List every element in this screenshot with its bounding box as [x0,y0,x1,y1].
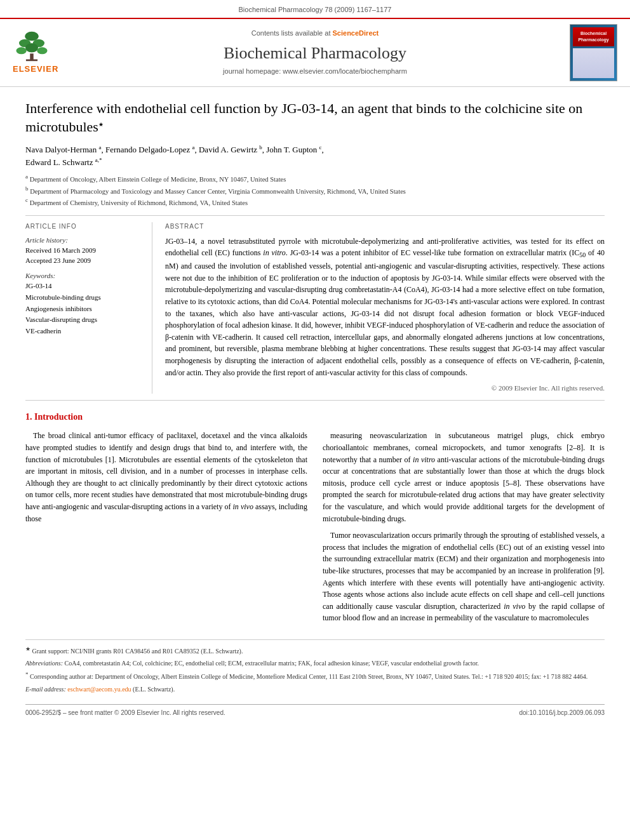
elsevier-logo: ELSEVIER [13,30,76,76]
footer-notes: ★ Grant support: NCI/NIH grants R01 CA98… [25,639,605,694]
elsevier-tree-icon [13,30,51,62]
article-authors: Nava Dalyot-Herman a, Fernando Delgado-L… [25,143,605,169]
abstract-text: JG-03–14, a novel tetrasubstituted pyrro… [165,236,605,378]
svg-point-4 [37,47,47,54]
affiliations: a Department of Oncology, Albert Einstei… [25,173,605,208]
page-wrapper: Biochemical Pharmacology 78 (2009) 1167–… [0,0,630,730]
abstract-label: Abstract [165,222,605,232]
section-1-heading: 1. Introduction [25,411,605,423]
elsevier-logo-area: ELSEVIER [13,30,76,76]
article-content: Interference with endothelial cell funct… [0,87,630,730]
journal-citation: Biochemical Pharmacology 78 (2009) 1167–… [239,6,392,13]
article-meta-section: Article info Article history: Received 1… [25,222,605,394]
sciencedirect-link[interactable]: ScienceDirect [333,29,379,37]
section-introduction: 1. Introduction The broad clinical anti-… [25,411,605,629]
body-right: measuring neovascularization in subcutan… [323,430,605,629]
article-title: Interference with endothelial cell funct… [25,100,605,136]
title-star: ★ [98,121,104,127]
journal-thumbnail-area: BiochemicalPharmacology [554,24,617,81]
footer-abbreviations: Abbreviations: CoA4, combretastatin A4; … [25,658,605,668]
svg-rect-7 [26,59,37,61]
abstract-copyright: © 2009 Elsevier Inc. All rights reserved… [165,383,605,394]
keyword-1: JG-03-14 [25,281,142,292]
top-bar: Biochemical Pharmacology 78 (2009) 1167–… [0,0,630,18]
keywords-list: JG-03-14 Microtubule-binding drugs Angio… [25,281,142,337]
thumbnail-title: BiochemicalPharmacology [578,30,608,43]
thumbnail-body [573,48,614,78]
keyword-4: Vascular-disrupting drugs [25,314,142,326]
divider-top [25,215,605,216]
journal-homepage: journal homepage: www.elsevier.com/locat… [89,67,541,77]
svg-point-3 [16,47,26,54]
journal-title: Biochemical Pharmacology [89,41,541,65]
keyword-5: VE-cadherin [25,326,142,337]
abstract-col: Abstract JG-03–14, a novel tetrasubstitu… [165,222,605,394]
keyword-2: Microtubule-binding drugs [25,292,142,303]
article-info-label: Article info [25,222,142,232]
svg-point-5 [25,43,38,53]
elsevier-text: ELSEVIER [13,63,58,76]
footer-corresponding: * Corresponding author at: Department of… [25,670,605,681]
email-link[interactable]: eschwart@aecom.yu.edu [67,686,131,693]
intro-para-1: The broad clinical anti-tumor efficacy o… [25,430,307,524]
journal-header: ELSEVIER Contents lists available at Sci… [0,18,630,87]
accepted-date: Accepted 23 June 2009 [25,256,142,266]
affiliation-a: Department of Oncology, Albert Einstein … [30,176,286,183]
keyword-3: Angiogenesis inhibitors [25,303,142,315]
issn-line: 0006-2952/$ – see front matter © 2009 El… [25,709,225,718]
bottom-bar: 0006-2952/$ – see front matter © 2009 El… [25,704,605,718]
keywords-label: Keywords: [25,271,142,281]
affiliation-c: Department of Chemistry, University of R… [30,199,248,206]
doi-line: doi:10.1016/j.bcp.2009.06.093 [519,709,605,718]
article-info-col: Article info Article history: Received 1… [25,222,152,394]
affiliation-b: Department of Pharmacology and Toxicolog… [30,187,406,194]
contents-line: Contents lists available at ScienceDirec… [89,29,541,39]
footer-grant: ★ Grant support: NCI/NIH grants R01 CA98… [25,645,605,656]
journal-thumbnail: BiochemicalPharmacology [570,24,617,81]
received-date: Received 16 March 2009 [25,246,142,256]
body-two-col: The broad clinical anti-tumor efficacy o… [25,430,605,629]
article-history: Article history: Received 16 March 2009 … [25,236,142,266]
divider-mid [25,400,605,401]
intro-para-3: Tumor neovascularization occurs primaril… [323,530,605,624]
history-label: Article history: [25,236,142,246]
footer-email: E-mail address: eschwart@aecom.yu.edu (E… [25,684,605,694]
keywords-section: Keywords: JG-03-14 Microtubule-binding d… [25,271,142,337]
intro-para-2: measuring neovascularization in subcutan… [323,430,605,524]
body-left: The broad clinical anti-tumor efficacy o… [25,430,307,629]
journal-header-center: Contents lists available at ScienceDirec… [76,29,554,77]
